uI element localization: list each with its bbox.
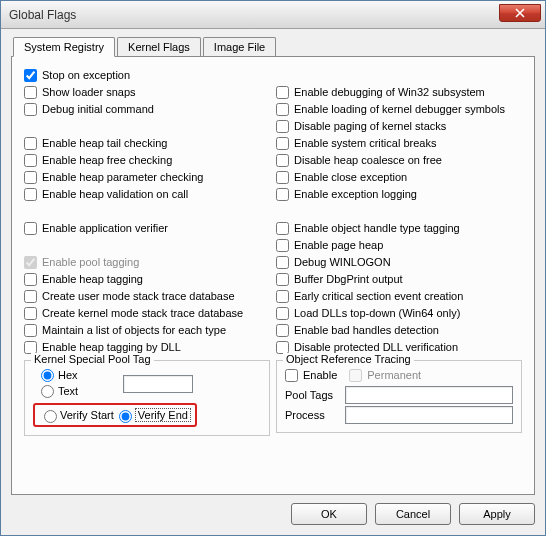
checkbox[interactable] (24, 273, 37, 286)
checkbox[interactable] (24, 188, 37, 201)
chk-enable-system-critical-breaks[interactable]: Enable system critical breaks (276, 135, 522, 152)
chk-label: Enable loading of kernel debugger symbol… (294, 101, 505, 118)
checkbox[interactable] (24, 69, 37, 82)
chk-label: Load DLLs top-down (Win64 only) (294, 305, 460, 322)
checkbox[interactable] (24, 137, 37, 150)
checkbox[interactable] (276, 222, 289, 235)
chk-load-dlls-top-down[interactable]: Load DLLs top-down (Win64 only) (276, 305, 522, 322)
chk-label: Debug WINLOGON (294, 254, 391, 271)
chk-label: Enable (303, 367, 337, 384)
chk-label: Maintain a list of objects for each type (42, 322, 226, 339)
chk-label: Enable pool tagging (42, 254, 139, 271)
radio-label: Hex (58, 369, 78, 381)
chk-enable-heap-tail-checking[interactable]: Enable heap tail checking (24, 135, 270, 152)
checkbox[interactable] (276, 120, 289, 133)
chk-label: Enable system critical breaks (294, 135, 436, 152)
chk-label: Enable debugging of Win32 subsystem (294, 84, 485, 101)
apply-button[interactable]: Apply (459, 503, 535, 525)
checkbox[interactable] (276, 86, 289, 99)
checkbox[interactable] (276, 256, 289, 269)
checkbox[interactable] (276, 188, 289, 201)
radio-verify-end[interactable] (119, 410, 132, 423)
tab-kernel-flags[interactable]: Kernel Flags (117, 37, 201, 56)
tab-strip: System Registry Kernel Flags Image File (13, 37, 535, 56)
chk-early-critical-section-event-creation[interactable]: Early critical section event creation (276, 288, 522, 305)
chk-enable-bad-handles-detection[interactable]: Enable bad handles detection (276, 322, 522, 339)
tab-image-file[interactable]: Image File (203, 37, 276, 56)
chk-enable-pool-tagging: Enable pool tagging (24, 254, 270, 271)
chk-buffer-dbgprint-output[interactable]: Buffer DbgPrint output (276, 271, 522, 288)
tab-label: Kernel Flags (128, 41, 190, 53)
radio-label: Verify Start (60, 409, 114, 421)
cancel-button[interactable]: Cancel (375, 503, 451, 525)
checkbox[interactable] (276, 307, 289, 320)
chk-enable-object-handle-type-tagging[interactable]: Enable object handle type tagging (276, 220, 522, 237)
checkbox[interactable] (276, 171, 289, 184)
chk-label: Enable heap parameter checking (42, 169, 203, 186)
checkbox[interactable] (276, 103, 289, 116)
radio-label: Text (58, 385, 78, 397)
checkbox[interactable] (285, 369, 298, 382)
tab-label: System Registry (24, 41, 104, 53)
chk-label: Stop on exception (42, 67, 130, 84)
checkbox[interactable] (276, 324, 289, 337)
chk-label: Debug initial command (42, 101, 154, 118)
titlebar: Global Flags (1, 1, 545, 29)
radio-verify-start-row[interactable]: Verify Start (39, 407, 114, 423)
pool-tag-input[interactable] (123, 375, 193, 393)
chk-debug-winlogon[interactable]: Debug WINLOGON (276, 254, 522, 271)
checkbox[interactable] (24, 324, 37, 337)
chk-disable-paging-kernel-stacks[interactable]: Disable paging of kernel stacks (276, 118, 522, 135)
chk-disable-heap-coalesce-on-free[interactable]: Disable heap coalesce on free (276, 152, 522, 169)
chk-maintain-list-objects[interactable]: Maintain a list of objects for each type (24, 322, 270, 339)
chk-label: Enable close exception (294, 169, 407, 186)
chk-enable-heap-tagging[interactable]: Enable heap tagging (24, 271, 270, 288)
checkbox[interactable] (24, 222, 37, 235)
chk-enable-heap-parameter-checking[interactable]: Enable heap parameter checking (24, 169, 270, 186)
chk-debug-initial-command[interactable]: Debug initial command (24, 101, 270, 118)
tab-system-registry[interactable]: System Registry (13, 37, 115, 57)
checkbox[interactable] (24, 290, 37, 303)
chk-enable-heap-validation-on-call[interactable]: Enable heap validation on call (24, 186, 270, 203)
checkbox[interactable] (24, 171, 37, 184)
radio-verify-start[interactable] (44, 410, 57, 423)
chk-enable-heap-free-checking[interactable]: Enable heap free checking (24, 152, 270, 169)
close-button[interactable] (499, 4, 541, 22)
chk-ort-enable[interactable]: Enable (285, 367, 337, 384)
chk-label: Enable heap validation on call (42, 186, 188, 203)
checkbox[interactable] (24, 103, 37, 116)
radio-text[interactable] (41, 385, 54, 398)
chk-enable-application-verifier[interactable]: Enable application verifier (24, 220, 270, 237)
chk-label: Disable paging of kernel stacks (294, 118, 446, 135)
checkbox[interactable] (276, 137, 289, 150)
checkbox[interactable] (276, 154, 289, 167)
chk-label: Permanent (367, 367, 421, 384)
radio-label: Verify End (135, 408, 191, 422)
chk-stop-on-exception[interactable]: Stop on exception (24, 67, 270, 84)
radio-hex[interactable] (41, 369, 54, 382)
chk-label: Create user mode stack trace database (42, 288, 235, 305)
tab-page-system-registry: Stop on exception Show loader snaps Debu… (11, 56, 535, 495)
global-flags-window: Global Flags System Registry Kernel Flag… (0, 0, 546, 536)
chk-enable-debugging-win32[interactable]: Enable debugging of Win32 subsystem (276, 84, 522, 101)
chk-enable-exception-logging[interactable]: Enable exception logging (276, 186, 522, 203)
chk-create-kernel-mode-stack-trace-db[interactable]: Create kernel mode stack trace database (24, 305, 270, 322)
pool-tags-input[interactable] (345, 386, 513, 404)
radio-verify-end-row[interactable]: Verify End (114, 407, 191, 423)
chk-show-loader-snaps[interactable]: Show loader snaps (24, 84, 270, 101)
checkbox[interactable] (24, 154, 37, 167)
checkbox[interactable] (276, 239, 289, 252)
ok-button[interactable]: OK (291, 503, 367, 525)
chk-create-user-mode-stack-trace-db[interactable]: Create user mode stack trace database (24, 288, 270, 305)
checkbox[interactable] (24, 86, 37, 99)
verify-highlight: Verify Start Verify End (33, 403, 197, 427)
chk-enable-close-exception[interactable]: Enable close exception (276, 169, 522, 186)
chk-enable-loading-kernel-dbg-symbols[interactable]: Enable loading of kernel debugger symbol… (276, 101, 522, 118)
checkbox[interactable] (276, 290, 289, 303)
chk-enable-page-heap[interactable]: Enable page heap (276, 237, 522, 254)
process-input[interactable] (345, 406, 513, 424)
chk-label: Show loader snaps (42, 84, 136, 101)
chk-label: Enable application verifier (42, 220, 168, 237)
checkbox[interactable] (276, 273, 289, 286)
checkbox[interactable] (24, 307, 37, 320)
